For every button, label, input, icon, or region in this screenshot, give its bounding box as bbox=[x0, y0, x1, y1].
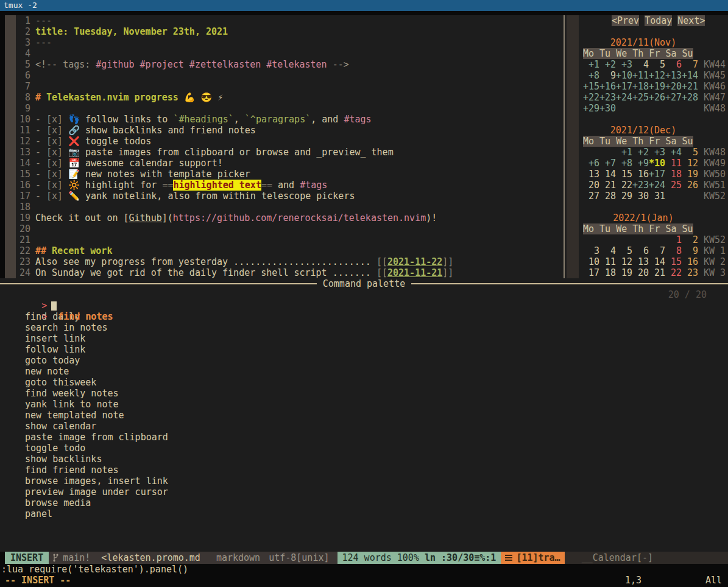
editor-line[interactable]: 24On Sunday we got rid of the daily find… bbox=[0, 267, 564, 278]
calendar-day[interactable]: 14 bbox=[599, 169, 616, 180]
calendar-day[interactable]: +29 bbox=[583, 103, 599, 114]
calendar-scrollbar[interactable] bbox=[567, 15, 579, 278]
editor-line[interactable]: 8# Telekasten.nvim progress 💪 😎 ⚡ bbox=[0, 92, 564, 103]
calendar-day[interactable]: +26 bbox=[649, 92, 665, 103]
calendar-day[interactable]: +23 bbox=[599, 92, 616, 103]
calendar-day[interactable]: 15 bbox=[665, 256, 682, 267]
calendar-day[interactable]: +17 bbox=[616, 81, 632, 92]
calendar-next-button[interactable]: Next> bbox=[677, 15, 705, 26]
palette-item[interactable]: paste image from clipboard bbox=[0, 432, 728, 443]
calendar-day[interactable]: +4 bbox=[665, 147, 682, 158]
calendar-day[interactable]: 11 bbox=[599, 256, 616, 267]
calendar-day[interactable]: 12 bbox=[616, 256, 632, 267]
calendar-day[interactable]: +2 bbox=[632, 147, 649, 158]
palette-item[interactable]: yank link to note bbox=[0, 399, 728, 410]
palette-item[interactable]: show backlinks bbox=[0, 454, 728, 465]
palette-item[interactable]: show calendar bbox=[0, 421, 728, 432]
calendar-day[interactable]: 27 bbox=[583, 191, 599, 202]
calendar-day[interactable]: 16 bbox=[682, 256, 698, 267]
calendar-day[interactable]: 16 bbox=[632, 169, 649, 180]
calendar-day[interactable]: 15 bbox=[616, 169, 632, 180]
palette-item[interactable]: goto today bbox=[0, 355, 728, 366]
calendar-prev-button[interactable]: <Prev bbox=[612, 15, 639, 26]
text-span[interactable]: #tags bbox=[344, 114, 371, 125]
calendar-day[interactable]: 20 bbox=[583, 180, 599, 191]
calendar-day[interactable]: +22 bbox=[583, 92, 599, 103]
calendar-day[interactable]: +1 bbox=[616, 147, 632, 158]
calendar-day[interactable]: 5 bbox=[616, 245, 632, 256]
editor-line[interactable]: 13- [x] 📷 paste images from clipboard or… bbox=[0, 147, 564, 158]
editor-line[interactable]: 9 bbox=[0, 103, 564, 114]
calendar-day[interactable]: 8 bbox=[665, 245, 682, 256]
calendar-day[interactable]: 13 bbox=[583, 169, 599, 180]
calendar-day[interactable]: +1 bbox=[583, 59, 599, 70]
calendar-day[interactable]: +17 bbox=[649, 169, 665, 180]
calendar-day[interactable]: +16 bbox=[599, 81, 616, 92]
calendar-day[interactable]: 23 bbox=[682, 267, 698, 278]
calendar-day[interactable]: +3 bbox=[649, 147, 665, 158]
calendar-day[interactable]: 9 bbox=[682, 245, 698, 256]
palette-item-selected[interactable]: > find notes bbox=[0, 300, 728, 311]
calendar-day[interactable]: +20 bbox=[665, 81, 682, 92]
calendar-day[interactable]: +15 bbox=[583, 81, 599, 92]
palette-item[interactable]: preview image under cursor bbox=[0, 487, 728, 497]
editor-lines[interactable]: 1---2title: Tuesday, November 23th, 2021… bbox=[0, 15, 564, 278]
url-link[interactable]: https://github.com/renerocksai/telekaste… bbox=[173, 213, 426, 223]
calendar-day[interactable]: 5 bbox=[649, 59, 665, 70]
calendar-day[interactable]: 28 bbox=[599, 191, 616, 202]
calendar-day[interactable]: 29 bbox=[616, 191, 632, 202]
calendar-day[interactable]: 19 bbox=[616, 267, 632, 278]
editor-line[interactable]: 1--- bbox=[0, 15, 564, 26]
text-span[interactable]: #github #project #zettelkasten #telekast… bbox=[96, 59, 327, 70]
editor-line[interactable]: 18 bbox=[0, 202, 564, 213]
calendar-day[interactable]: 6 bbox=[632, 245, 649, 256]
calendar-day[interactable]: +14 bbox=[682, 70, 698, 81]
calendar-day[interactable]: 31 bbox=[649, 191, 665, 202]
editor-line[interactable]: 17- [x] ✏️ yank notelink, also from with… bbox=[0, 191, 564, 202]
editor-line[interactable]: 23Also see my progress from yesterday ..… bbox=[0, 256, 564, 267]
editor-line[interactable]: 2title: Tuesday, November 23th, 2021 bbox=[0, 26, 564, 37]
calendar-day[interactable]: 3 bbox=[583, 245, 599, 256]
calendar-day[interactable]: 30 bbox=[632, 191, 649, 202]
calendar-day[interactable]: +10 bbox=[616, 70, 632, 81]
calendar-day[interactable]: 12 bbox=[682, 158, 698, 169]
calendar-day[interactable]: +18 bbox=[632, 81, 649, 92]
calendar-day[interactable]: 10 bbox=[583, 256, 599, 267]
calendar-day[interactable]: 18 bbox=[665, 169, 682, 180]
note-link[interactable]: 2021-11-22 bbox=[387, 256, 442, 267]
calendar-day[interactable]: 21 bbox=[649, 267, 665, 278]
calendar-day[interactable]: +30 bbox=[599, 103, 616, 114]
editor-line[interactable]: 20 bbox=[0, 223, 564, 234]
calendar-day[interactable]: 2 bbox=[682, 234, 698, 245]
calendar-day[interactable]: +28 bbox=[682, 92, 698, 103]
calendar-day[interactable]: +11 bbox=[632, 70, 649, 81]
calendar-day[interactable]: +12 bbox=[649, 70, 665, 81]
editor-line[interactable]: 19Check it out on [Github](https://githu… bbox=[0, 213, 564, 223]
calendar-day[interactable]: +7 bbox=[599, 158, 616, 169]
palette-item[interactable]: find friend notes bbox=[0, 465, 728, 476]
calendar-day[interactable]: 17 bbox=[583, 267, 599, 278]
palette-item[interactable]: find weekly notes bbox=[0, 388, 728, 399]
editor-line[interactable]: 10- [x] 👣 follow links to `#headings`, `… bbox=[0, 114, 564, 125]
calendar-day[interactable]: 1 bbox=[665, 234, 682, 245]
calendar-day[interactable]: 26 bbox=[682, 180, 698, 191]
calendar-day[interactable]: 21 bbox=[599, 180, 616, 191]
palette-item[interactable]: insert link bbox=[0, 333, 728, 344]
editor-line[interactable]: 11- [x] 🔗 show backlinks and friend note… bbox=[0, 125, 564, 136]
buffer-tab[interactable]: [11]tra… bbox=[501, 552, 564, 564]
palette-item[interactable]: new templated note bbox=[0, 410, 728, 421]
calendar-day[interactable]: +6 bbox=[583, 158, 599, 169]
calendar-day[interactable]: +3 bbox=[616, 59, 632, 70]
editor-line[interactable]: 14- [x] 📅 awesome calendar support! bbox=[0, 158, 564, 169]
calendar-day[interactable]: +23 bbox=[632, 180, 649, 191]
note-link[interactable]: 2021-11-21 bbox=[387, 267, 442, 278]
editor-line[interactable]: 22## Recent work bbox=[0, 245, 564, 256]
editor-line[interactable]: 4 bbox=[0, 48, 564, 59]
calendar-day[interactable]: 22 bbox=[665, 267, 682, 278]
calendar-day[interactable]: 18 bbox=[599, 267, 616, 278]
editor-line[interactable]: 3--- bbox=[0, 37, 564, 48]
calendar-day[interactable]: +8 bbox=[583, 70, 599, 81]
calendar-day[interactable]: +25 bbox=[632, 92, 649, 103]
calendar-day[interactable]: +24 bbox=[616, 92, 632, 103]
text-span[interactable]: #tags bbox=[300, 180, 327, 191]
